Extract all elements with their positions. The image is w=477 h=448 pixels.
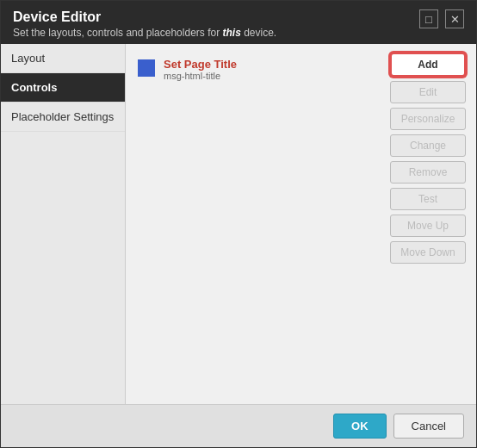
dialog-header-controls: □ ✕ xyxy=(419,9,464,28)
sidebar-item-label: Layout xyxy=(11,52,45,65)
dialog-header: Device Editor Set the layouts, controls … xyxy=(1,1,476,44)
subtitle-suffix: device. xyxy=(241,27,276,39)
maximize-button[interactable]: □ xyxy=(419,9,438,28)
main-content: Set Page Title msg-html-title xyxy=(126,44,390,404)
ok-button[interactable]: OK xyxy=(333,414,387,439)
control-info: Set Page Title msg-html-title xyxy=(164,58,237,81)
dialog-title: Device Editor xyxy=(13,9,276,25)
close-button[interactable]: ✕ xyxy=(445,9,464,28)
sidebar-item-layout[interactable]: Layout xyxy=(1,44,125,73)
sidebar-item-label: Placeholder Settings xyxy=(11,110,114,123)
test-button: Test xyxy=(390,188,466,210)
remove-button: Remove xyxy=(390,161,466,184)
cancel-button[interactable]: Cancel xyxy=(393,414,464,439)
sidebar-item-controls[interactable]: Controls xyxy=(1,73,125,103)
dialog-footer: OK Cancel xyxy=(1,404,476,447)
control-id: msg-html-title xyxy=(164,71,237,81)
move-down-button: Move Down xyxy=(390,241,466,264)
dialog-subtitle: Set the layouts, controls and placeholde… xyxy=(13,27,276,39)
move-up-button: Move Up xyxy=(390,215,466,237)
sidebar: Layout Controls Placeholder Settings xyxy=(1,44,126,404)
dialog-header-left: Device Editor Set the layouts, controls … xyxy=(13,9,276,39)
add-button[interactable]: Add xyxy=(390,53,466,77)
sidebar-item-label: Controls xyxy=(11,81,57,94)
control-icon xyxy=(138,59,155,77)
personalize-button: Personalize xyxy=(390,108,466,130)
dialog-body: Layout Controls Placeholder Settings Set… xyxy=(1,44,476,404)
control-name: Set Page Title xyxy=(164,58,237,71)
edit-button: Edit xyxy=(390,81,466,103)
change-button: Change xyxy=(390,134,466,157)
subtitle-prefix: Set the layouts, controls and placeholde… xyxy=(13,27,222,39)
subtitle-em: this xyxy=(222,27,240,39)
control-item: Set Page Title msg-html-title xyxy=(136,54,380,84)
device-editor-dialog: Device Editor Set the layouts, controls … xyxy=(0,0,477,448)
action-panel: AddEditPersonalizeChangeRemoveTestMove U… xyxy=(390,44,476,404)
sidebar-item-placeholder-settings[interactable]: Placeholder Settings xyxy=(1,103,125,132)
